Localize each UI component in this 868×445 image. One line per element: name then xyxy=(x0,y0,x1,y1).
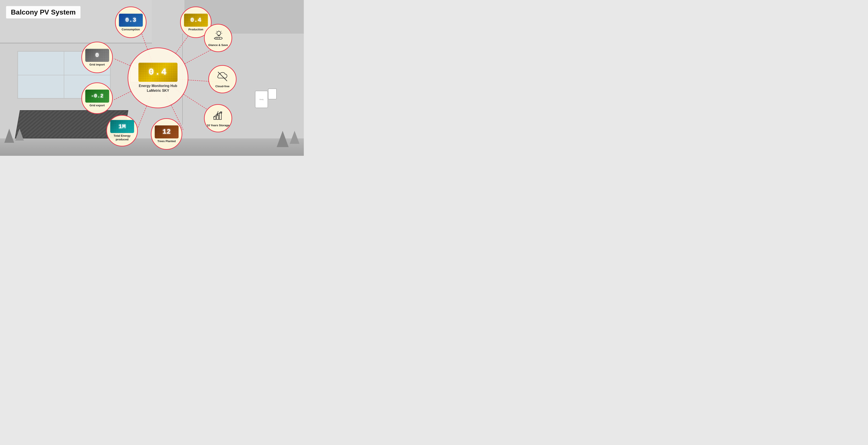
storage-label: 10 Years Storage xyxy=(207,124,229,127)
svg-line-12 xyxy=(221,31,221,31)
trees-planted-label: Trees Planted xyxy=(157,139,176,143)
total-energy-value: 1M xyxy=(119,123,126,130)
svg-rect-19 xyxy=(219,113,221,120)
grid-import-label: Grid import xyxy=(89,63,105,66)
node-grid-export: -0.2 Grid export xyxy=(82,83,113,114)
node-glance-save: Glance & Save xyxy=(204,24,232,52)
trees-right xyxy=(277,131,300,147)
trees-left xyxy=(4,129,24,143)
hub-label-line1: Energy Monitoring Hub xyxy=(139,84,177,88)
trees-planted-value: 12 xyxy=(162,128,170,136)
svg-line-13 xyxy=(216,31,217,31)
cloud-free-label: Cloud-free xyxy=(215,85,229,88)
production-value: 0.4 xyxy=(190,17,201,24)
node-trees-planted: 12 Trees Planted xyxy=(151,118,182,150)
production-label: Production xyxy=(188,28,203,31)
shelly-device: Shelly xyxy=(255,91,268,108)
bulb-icon xyxy=(212,29,224,41)
svg-point-9 xyxy=(217,31,221,35)
hub-circle: 0.4 Energy Monitoring Hub LaMetric SKY xyxy=(128,47,188,108)
consumption-value: 0.3 xyxy=(125,17,136,24)
node-total-energy: 1M Total Energy produced xyxy=(106,115,138,147)
building-right xyxy=(182,34,304,125)
node-cloud-free: Cloud-free xyxy=(208,65,237,93)
glance-save-label: Glance & Save xyxy=(208,43,228,46)
total-energy-label2: produced xyxy=(116,138,128,141)
grid-export-label: Grid export xyxy=(89,104,104,107)
total-energy-label1: Total Energy xyxy=(114,134,131,137)
cloud-off-icon xyxy=(217,70,228,83)
svg-line-16 xyxy=(218,72,227,81)
chart-lightning-icon xyxy=(212,109,224,122)
grid-import-value: 0 xyxy=(95,52,99,59)
power-outlet xyxy=(268,89,277,99)
title-text: Balcony PV System xyxy=(11,8,76,16)
lametric-display: 0.4 xyxy=(138,63,178,82)
node-consumption: 0.3 Consumption xyxy=(115,6,147,38)
hub-label-line2: LaMetric SKY xyxy=(147,88,169,93)
page-title: Balcony PV System xyxy=(6,6,81,19)
grid-export-value: -0.2 xyxy=(91,93,103,99)
svg-rect-18 xyxy=(217,115,219,120)
node-grid-import: 0 Grid import xyxy=(82,42,113,73)
consumption-label: Consumption xyxy=(122,28,140,31)
node-storage: 10 Years Storage xyxy=(204,104,232,132)
